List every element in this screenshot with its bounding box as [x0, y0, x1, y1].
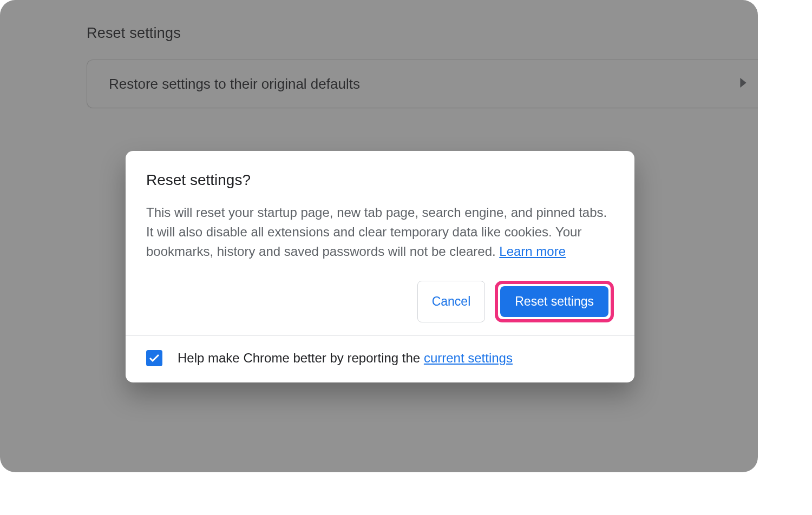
report-settings-label: Help make Chrome better by reporting the… — [178, 351, 513, 366]
report-settings-text: Help make Chrome better by reporting the — [178, 351, 424, 365]
reset-settings-dialog: Reset settings? This will reset your sta… — [126, 151, 634, 382]
dialog-body: This will reset your startup page, new t… — [146, 203, 614, 261]
dialog-actions: Cancel Reset settings — [146, 281, 614, 322]
report-settings-checkbox[interactable] — [146, 350, 162, 366]
learn-more-link[interactable]: Learn more — [499, 244, 566, 259]
confirm-button-highlight: Reset settings — [495, 281, 614, 322]
dialog-footer: Help make Chrome better by reporting the… — [126, 335, 634, 382]
settings-page-frame: Reset settings Restore settings to their… — [0, 0, 758, 472]
reset-settings-button[interactable]: Reset settings — [500, 286, 608, 317]
cancel-button[interactable]: Cancel — [417, 281, 486, 322]
current-settings-link[interactable]: current settings — [424, 351, 513, 365]
dialog-title: Reset settings? — [146, 171, 614, 189]
